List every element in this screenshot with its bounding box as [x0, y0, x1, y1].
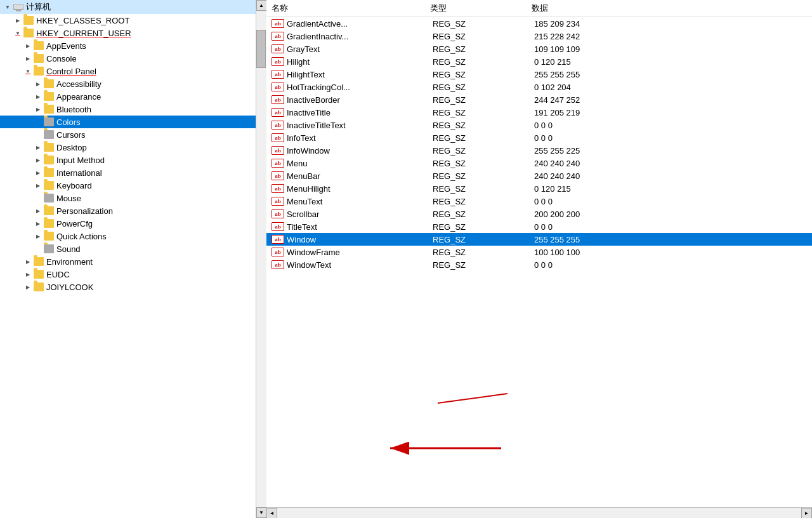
reg-type-menu-bar: REG_SZ — [433, 171, 534, 181]
registry-row-window[interactable]: abWindowREG_SZ255 255 255 — [266, 233, 812, 246]
folder-icon-joiylcook — [33, 282, 44, 292]
expand-icon-inputmethod: ▶ — [33, 155, 43, 165]
tree-item-appearance[interactable]: ▶ Appearance — [0, 90, 256, 103]
registry-row-menu-text[interactable]: abMenuTextREG_SZ0 0 0 — [266, 195, 812, 208]
registry-row-info-window[interactable]: abInfoWindowREG_SZ255 255 225 — [266, 144, 812, 157]
registry-row-gradient-inactive[interactable]: abGradientInactiv...REG_SZ215 228 242 — [266, 30, 812, 43]
svg-rect-1 — [14, 4, 23, 9]
reg-icon-menu-hilight: ab — [272, 183, 284, 194]
tree-item-mouse[interactable]: Mouse — [0, 192, 256, 204]
tree-item-appevents[interactable]: ▶ AppEvents — [0, 39, 256, 52]
reg-icon-scrollbar: ab — [272, 209, 284, 219]
reg-icon-menu-bar: ab — [272, 171, 284, 181]
col-header-type: 类型 — [430, 3, 532, 14]
powercfg-label: PowerCfg — [56, 219, 93, 229]
reg-data-menu: 240 240 240 — [534, 159, 807, 168]
sound-label: Sound — [56, 244, 81, 254]
tree-item-international[interactable]: ▶ International — [0, 166, 256, 179]
folder-icon-mouse — [43, 193, 55, 203]
registry-row-inactive-border[interactable]: abInactiveBorderREG_SZ244 247 252 — [266, 93, 812, 106]
reg-data-gray-text: 109 109 109 — [534, 44, 807, 54]
tree-item-input-method[interactable]: ▶ Input Method — [0, 154, 256, 166]
tree-item-powercfg[interactable]: ▶ PowerCfg — [0, 217, 256, 230]
registry-row-gray-text[interactable]: abGrayTextREG_SZ109 109 109 — [266, 43, 812, 55]
folder-icon-eudc — [33, 269, 44, 279]
registry-row-scrollbar[interactable]: abScrollbarREG_SZ200 200 200 — [266, 208, 812, 220]
scroll-track[interactable] — [256, 11, 266, 507]
registry-row-menu[interactable]: abMenuREG_SZ240 240 240 — [266, 157, 812, 169]
reg-icon-inactive-title-text: ab — [272, 120, 284, 130]
reg-data-scrollbar: 200 200 200 — [534, 209, 807, 219]
reg-name-hilight: Hilight — [287, 57, 433, 67]
collapse-icon-user: ▼ — [13, 28, 23, 38]
tree-item-console[interactable]: ▶ Console — [0, 52, 256, 65]
reg-data-gradient-inactive: 215 228 242 — [534, 32, 807, 41]
registry-row-hilight-text[interactable]: abHilightTextREG_SZ255 255 255 — [266, 68, 812, 81]
tree-item-joiylcook[interactable]: ▶ JOIYLCOOK — [0, 281, 256, 293]
tree-item-bluetooth[interactable]: ▶ Bluetooth — [0, 103, 256, 116]
left-scrollbar[interactable]: ▲ ▼ — [256, 0, 266, 518]
registry-header: 名称 类型 数据 — [266, 0, 812, 17]
cursors-label: Cursors — [56, 130, 86, 140]
reg-data-info-text: 0 0 0 — [534, 133, 807, 143]
reg-type-title-text: REG_SZ — [433, 222, 534, 232]
tree-item-control-panel[interactable]: ▼ Control Panel — [0, 65, 256, 77]
h-scroll-left-btn[interactable]: ◄ — [266, 508, 277, 519]
tree-item-hkey-classes-root[interactable]: ▶ HKEY_CLASSES_ROOT — [0, 14, 256, 27]
reg-name-menu-bar: MenuBar — [287, 171, 433, 181]
tree-item-desktop[interactable]: ▶ Desktop — [0, 141, 256, 154]
reg-icon-menu: ab — [272, 158, 284, 168]
expand-icon-international: ▶ — [33, 168, 43, 178]
registry-row-hilight[interactable]: abHilightREG_SZ0 120 215 — [266, 55, 812, 68]
tree-item-colors[interactable]: Colors — [0, 116, 256, 128]
keyboard-label: Keyboard — [56, 181, 92, 190]
reg-icon-gradient-active: ab — [272, 18, 284, 29]
appearance-label: Appearance — [56, 92, 101, 102]
registry-row-hot-tracking[interactable]: abHotTrackingCol...REG_SZ0 102 204 — [266, 81, 812, 93]
reg-data-menu-hilight: 0 120 215 — [534, 184, 807, 194]
tree-item-personalization[interactable]: ▶ Personalization — [0, 204, 256, 217]
reg-name-window-frame: WindowFrame — [287, 248, 433, 257]
tree-item-keyboard[interactable]: ▶ Keyboard — [0, 179, 256, 192]
reg-type-hilight: REG_SZ — [433, 57, 534, 67]
tree-item-cursors[interactable]: Cursors — [0, 128, 256, 141]
registry-row-gradient-active[interactable]: abGradientActive...REG_SZ185 209 234 — [266, 17, 812, 30]
input-method-label: Input Method — [56, 156, 105, 165]
joiylcook-label: JOIYLCOOK — [46, 282, 93, 292]
hkey-current-user-label: HKEY_CURRENT_USER — [36, 29, 131, 38]
reg-icon-menu-text: ab — [272, 196, 284, 206]
reg-type-hot-tracking: REG_SZ — [433, 83, 534, 92]
folder-icon-international — [43, 168, 55, 178]
tree-item-environment[interactable]: ▶ Environment — [0, 255, 256, 268]
registry-row-window-frame[interactable]: abWindowFrameREG_SZ100 100 100 — [266, 246, 812, 258]
reg-type-gradient-active: REG_SZ — [433, 19, 534, 29]
scroll-down-btn[interactable]: ▼ — [256, 507, 267, 518]
tree-item-quick-actions[interactable]: ▶ Quick Actions — [0, 230, 256, 242]
registry-row-menu-hilight[interactable]: abMenuHilightREG_SZ0 120 215 — [266, 182, 812, 195]
registry-row-window-text[interactable]: abWindowTextREG_SZ0 0 0 — [266, 258, 812, 271]
tree-item-eudc[interactable]: ▶ EUDC — [0, 268, 256, 281]
tree-item-computer[interactable]: ▼ 计算机 — [0, 0, 256, 14]
reg-name-info-window: InfoWindow — [287, 146, 433, 156]
tree-item-accessibility[interactable]: ▶ Accessibility — [0, 77, 256, 90]
reg-type-inactive-title-text: REG_SZ — [433, 121, 534, 130]
registry-row-info-text[interactable]: abInfoTextREG_SZ0 0 0 — [266, 131, 812, 144]
folder-icon-colors — [43, 117, 55, 127]
tree-item-hkey-current-user[interactable]: ▼ HKEY_CURRENT_USER — [0, 27, 256, 39]
accessibility-label: Accessibility — [56, 79, 102, 89]
reg-data-title-text: 0 0 0 — [534, 222, 807, 232]
scroll-thumb[interactable] — [256, 30, 266, 68]
folder-icon-keyboard — [43, 180, 55, 190]
h-scroll-bar[interactable]: ◄ ► — [266, 507, 812, 518]
h-scroll-right-btn[interactable]: ► — [801, 508, 812, 519]
expand-icon-eudc: ▶ — [23, 269, 33, 279]
registry-row-title-text[interactable]: abTitleTextREG_SZ0 0 0 — [266, 220, 812, 233]
scroll-up-btn[interactable]: ▲ — [256, 0, 267, 11]
registry-row-inactive-title-text[interactable]: abInactiveTitleTextREG_SZ0 0 0 — [266, 119, 812, 131]
registry-row-inactive-title[interactable]: abInactiveTitleREG_SZ191 205 219 — [266, 106, 812, 119]
h-scroll-track[interactable] — [277, 508, 801, 518]
environment-label: Environment — [46, 257, 93, 267]
expand-icon-desktop: ▶ — [33, 142, 43, 152]
registry-row-menu-bar[interactable]: abMenuBarREG_SZ240 240 240 — [266, 169, 812, 182]
tree-item-sound[interactable]: Sound — [0, 242, 256, 255]
